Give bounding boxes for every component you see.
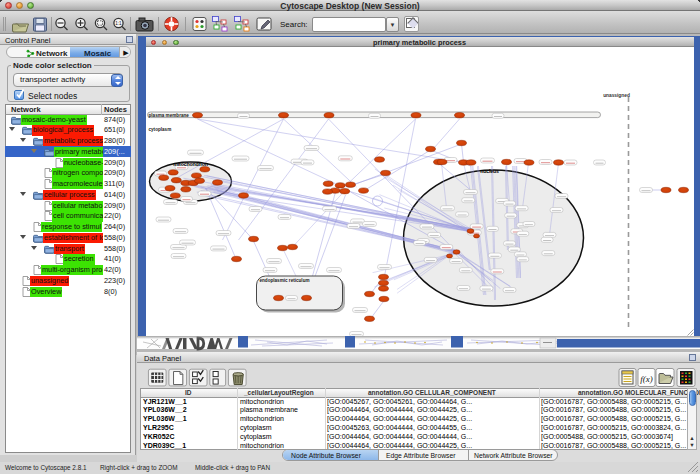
svg-text:cytoplasm: cytoplasm — [148, 127, 171, 132]
svg-text:nucleus: nucleus — [480, 168, 499, 174]
svg-text:1:1: 1:1 — [115, 21, 122, 26]
svg-text:endoplasmic reticulum: endoplasmic reticulum — [259, 278, 309, 283]
svg-text:unassigned: unassigned — [603, 93, 630, 98]
svg-text:Search:: Search: — [280, 20, 308, 29]
svg-text:f(x): f(x) — [640, 374, 653, 384]
svg-text:mitochondrion: mitochondrion — [173, 161, 207, 167]
svg-text:plasma membrane: plasma membrane — [148, 113, 189, 118]
